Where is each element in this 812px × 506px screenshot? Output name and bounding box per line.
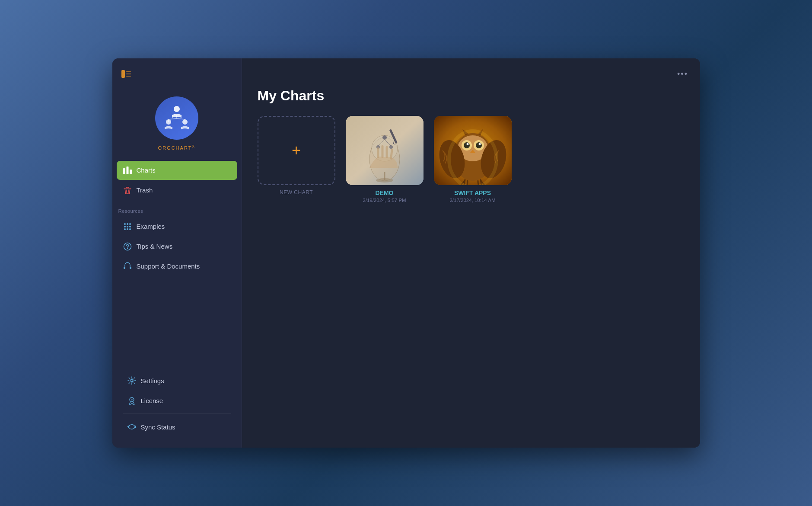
logo-area: ORGCHARTx xyxy=(112,88,242,161)
charts-icon xyxy=(123,166,132,175)
svg-point-30 xyxy=(131,380,133,382)
support-icon xyxy=(123,262,132,271)
tips-icon xyxy=(123,242,132,251)
svg-line-8 xyxy=(169,118,177,119)
settings-icon xyxy=(127,376,137,385)
svg-point-18 xyxy=(127,223,128,225)
demo-chart-name: DEMO xyxy=(376,189,394,196)
svg-point-38 xyxy=(376,178,393,183)
svg-point-39 xyxy=(382,135,387,140)
sidebar-toggle-button[interactable] xyxy=(119,67,133,81)
svg-point-19 xyxy=(129,223,131,225)
sync-icon xyxy=(127,422,137,432)
sidebar-bottom: Settings License xyxy=(112,371,242,448)
demo-chart-date: 2/19/2024, 5:57 PM xyxy=(363,198,406,203)
swift-apps-chart-name: SWIFT APPS xyxy=(454,189,491,196)
svg-point-53 xyxy=(466,143,468,145)
new-chart-thumbnail: + xyxy=(258,116,335,185)
trash-icon xyxy=(123,186,132,195)
logo-circle xyxy=(155,96,198,140)
main-content: ••• My Charts + NEW CHART xyxy=(242,58,700,448)
svg-point-27 xyxy=(127,248,128,249)
svg-point-52 xyxy=(476,142,482,148)
nav-bottom: Settings License xyxy=(117,371,237,410)
svg-point-4 xyxy=(174,106,180,112)
svg-point-43 xyxy=(389,145,393,149)
svg-rect-13 xyxy=(126,167,128,174)
charts-grid: + NEW CHART xyxy=(242,116,700,203)
nav-main: Charts Trash xyxy=(112,161,242,201)
sidebar-item-trash[interactable]: Trash xyxy=(117,181,237,200)
svg-point-51 xyxy=(464,142,470,148)
logo-text: ORGCHARTx xyxy=(158,144,196,151)
svg-point-54 xyxy=(478,143,481,145)
resources-label: Resources xyxy=(112,201,242,217)
sidebar-item-sync[interactable]: Sync Status xyxy=(121,417,233,436)
license-icon xyxy=(127,396,137,405)
svg-rect-29 xyxy=(130,267,131,269)
svg-point-17 xyxy=(124,223,126,225)
app-window: ORGCHARTx Charts xyxy=(112,58,700,448)
svg-point-23 xyxy=(124,228,126,230)
swift-apps-chart-thumbnail xyxy=(434,116,512,185)
demo-chart-card[interactable]: DEMO 2/19/2024, 5:57 PM xyxy=(346,116,424,203)
svg-rect-2 xyxy=(126,74,131,74)
divider xyxy=(123,413,231,414)
sidebar: ORGCHARTx Charts xyxy=(112,58,242,448)
swift-apps-chart-card[interactable]: SWIFT APPS 2/17/2024, 10:14 AM xyxy=(434,116,512,203)
svg-point-33 xyxy=(131,399,133,400)
examples-icon xyxy=(123,222,132,231)
sidebar-item-support[interactable]: Support & Documents xyxy=(117,257,237,276)
svg-rect-3 xyxy=(126,76,131,77)
svg-rect-1 xyxy=(126,71,131,72)
svg-rect-28 xyxy=(124,267,125,269)
sidebar-item-settings[interactable]: Settings xyxy=(121,371,233,390)
sidebar-item-charts[interactable]: Charts xyxy=(117,161,237,180)
svg-point-25 xyxy=(129,228,131,230)
main-header: ••• xyxy=(242,58,700,81)
svg-point-21 xyxy=(127,226,128,227)
sidebar-item-examples[interactable]: Examples xyxy=(117,217,237,236)
page-title: My Charts xyxy=(242,81,700,116)
svg-rect-12 xyxy=(123,168,125,174)
nav-resources: Examples Tips & News xyxy=(112,217,242,277)
swift-apps-chart-date: 2/17/2024, 10:14 AM xyxy=(449,198,495,203)
nav-sync: Sync Status xyxy=(117,417,237,436)
plus-icon: + xyxy=(292,143,301,158)
svg-rect-14 xyxy=(130,170,132,174)
more-options-button[interactable]: ••• xyxy=(676,67,690,81)
sidebar-item-tips[interactable]: Tips & News xyxy=(117,237,237,256)
svg-point-22 xyxy=(129,226,131,227)
svg-point-20 xyxy=(124,226,126,227)
demo-chart-thumbnail xyxy=(346,116,424,185)
sidebar-item-license[interactable]: License xyxy=(121,391,233,410)
svg-rect-0 xyxy=(121,70,125,78)
svg-line-9 xyxy=(177,118,185,119)
new-chart-label: NEW CHART xyxy=(280,189,313,195)
sidebar-top xyxy=(112,58,242,88)
svg-point-24 xyxy=(127,228,128,230)
new-chart-card[interactable]: + NEW CHART xyxy=(258,116,335,195)
